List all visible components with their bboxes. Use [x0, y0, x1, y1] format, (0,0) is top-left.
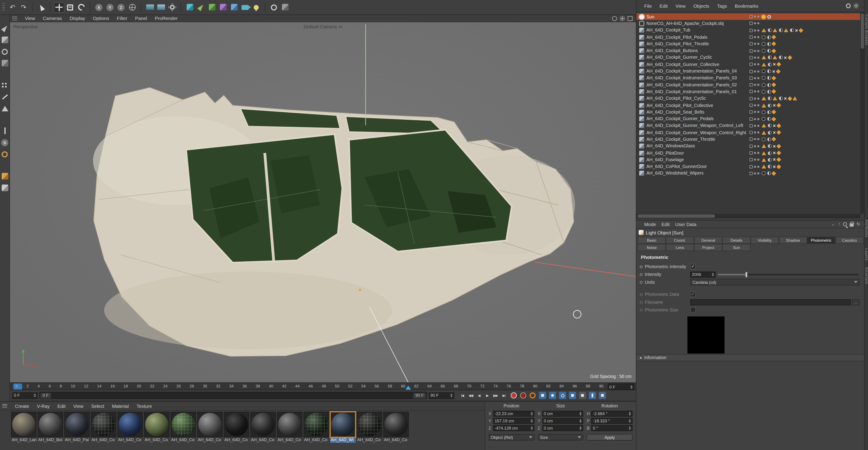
ruler-tick[interactable]: 10 [71, 384, 75, 388]
layer-chip-icon[interactable] [749, 165, 753, 168]
viewport-canvas[interactable]: x [10, 22, 636, 383]
selection-tag-icon[interactable] [762, 56, 766, 59]
ruler-tick[interactable]: 64 [428, 384, 432, 388]
phong-tag-icon[interactable] [776, 144, 781, 148]
object-row[interactable]: AH_64D_Cockpit_Pilot_Cyclic× [637, 95, 860, 102]
editor-visibility-dot[interactable] [754, 56, 756, 59]
material-item[interactable]: AH_64D_Co [171, 412, 196, 443]
material-thumbnail[interactable] [383, 412, 409, 437]
coordinate-system-icon[interactable] [127, 2, 137, 12]
texture-tag-icon[interactable] [767, 83, 771, 87]
phong-tag-icon[interactable] [776, 103, 781, 108]
layer-chip-icon[interactable] [749, 69, 753, 73]
object-rel--dropdown[interactable]: Object (Rel) [489, 434, 534, 441]
visibility-toggles[interactable] [749, 97, 759, 100]
material-item[interactable]: AH_64D_Pai [64, 412, 90, 443]
tab-general[interactable]: General [694, 237, 722, 244]
goto-start-button[interactable]: |◀ [458, 392, 466, 399]
phong-tag-icon[interactable] [772, 42, 776, 47]
rotation-h-input[interactable]: -2.684 ° [591, 411, 632, 417]
layer-chip-icon[interactable] [749, 43, 753, 46]
object-row[interactable]: AH_64D_Cockpit_Pilot_Pedals [637, 34, 860, 40]
add-light-icon[interactable] [251, 2, 261, 12]
phong-tag-icon[interactable] [776, 151, 781, 156]
texture-tag-icon[interactable] [767, 49, 771, 53]
scrollbar-thumb[interactable] [638, 215, 715, 218]
phong-tag-icon[interactable] [772, 35, 776, 39]
phong-tag-icon[interactable] [772, 76, 776, 81]
ruler-tick[interactable]: 18 [124, 384, 128, 388]
ruler-tick[interactable]: 62 [414, 384, 418, 388]
stepper[interactable] [627, 419, 631, 423]
ruler-tick[interactable]: 16 [111, 384, 115, 388]
slider-thumb[interactable] [746, 272, 747, 277]
record-position-toggle[interactable] [539, 392, 546, 399]
position-z-input[interactable]: -474.128 cm [493, 425, 534, 431]
compositing-tag-icon[interactable]: × [773, 158, 776, 162]
editor-visibility-dot[interactable] [754, 97, 756, 100]
material-menu-create[interactable]: Create [15, 403, 29, 409]
phong-tag-icon[interactable] [776, 130, 781, 135]
visibility-toggles[interactable] [749, 43, 759, 46]
stepper[interactable] [449, 394, 453, 397]
ruler-tick[interactable]: 20 [137, 384, 141, 388]
texture-tag-icon[interactable] [767, 90, 771, 94]
om-menu-objects[interactable]: Objects [693, 3, 709, 8]
object-row[interactable]: AH_64D_Cockpit_Gunner_Weapon_Control_Lef… [637, 122, 860, 129]
compositing-tag-icon[interactable]: × [773, 151, 776, 155]
frame-marker-icon[interactable] [405, 386, 411, 390]
object-row[interactable]: AH_64D_Cockpit_Gunner_Weapon_Control_Rig… [637, 129, 860, 136]
editor-visibility-dot[interactable] [754, 166, 756, 168]
material-thumbnail[interactable] [171, 412, 196, 437]
stepper[interactable] [711, 273, 714, 276]
visibility-toggles[interactable] [749, 172, 759, 175]
phong-tag-icon[interactable] [776, 62, 781, 67]
ruler-tick[interactable]: 2 [27, 384, 29, 388]
layer-chip-icon[interactable] [749, 29, 753, 32]
visibility-toggles[interactable] [749, 69, 759, 73]
om-menu-edit[interactable]: Edit [659, 3, 668, 8]
texture-mode-icon[interactable] [0, 47, 9, 56]
selection-tag-icon[interactable] [762, 124, 766, 128]
viewport[interactable]: x Perspective Default Camera Grid Spacin… [10, 22, 636, 383]
selection-tag-icon[interactable] [762, 131, 766, 135]
current-frame-field[interactable]: 0 F [12, 392, 38, 399]
texture-tag-icon[interactable] [768, 131, 771, 135]
material-panel-menu-icon[interactable] [2, 404, 7, 408]
visibility-toggles[interactable] [749, 63, 759, 66]
up-arrow-icon[interactable]: ↑ [838, 222, 841, 227]
render-visibility-dot[interactable] [757, 132, 760, 134]
editor-visibility-dot[interactable] [754, 90, 756, 93]
prev-key-button[interactable]: ◀◀ [466, 392, 475, 399]
param-dot-icon[interactable] [640, 293, 643, 296]
material-thumbnail[interactable] [91, 412, 116, 437]
texture-tag-icon[interactable] [790, 28, 794, 32]
snap-icon[interactable] [269, 2, 279, 12]
selection-tag-icon[interactable] [762, 103, 766, 107]
om-menu-view[interactable]: View [675, 3, 685, 8]
z-axis-lock-icon[interactable]: Z [116, 2, 126, 12]
tab-photometric[interactable]: Photometric [807, 237, 835, 244]
material-thumbnail[interactable] [11, 412, 37, 437]
render-settings-icon[interactable] [167, 2, 177, 12]
ruler-tick[interactable]: 34 [229, 384, 234, 388]
record-parameter-toggle[interactable] [569, 392, 576, 399]
add-deformer-icon[interactable] [218, 2, 228, 12]
layer-chip-icon[interactable] [749, 145, 753, 148]
phong-tag-icon[interactable] [776, 158, 781, 162]
texture-tag-icon[interactable] [768, 103, 771, 107]
play-button[interactable]: ▶ [483, 392, 492, 399]
gear-icon[interactable] [846, 3, 851, 8]
render-visibility-dot[interactable] [757, 50, 760, 52]
visibility-toggles[interactable] [749, 29, 759, 32]
ruler-tick[interactable]: 74 [493, 384, 498, 388]
tab-basic[interactable]: Basic [638, 237, 666, 244]
param-dot-icon[interactable] [640, 301, 643, 303]
phong-tag-icon[interactable] [772, 49, 776, 53]
render-visibility-dot[interactable] [757, 90, 760, 93]
param-dot-icon[interactable] [640, 273, 643, 276]
object-row[interactable]: AH_64D_Cockpit_Tub× [637, 27, 860, 34]
texture-tag-icon[interactable] [762, 137, 766, 141]
visibility-toggles[interactable] [749, 145, 759, 148]
layer-chip-icon[interactable] [749, 97, 753, 100]
